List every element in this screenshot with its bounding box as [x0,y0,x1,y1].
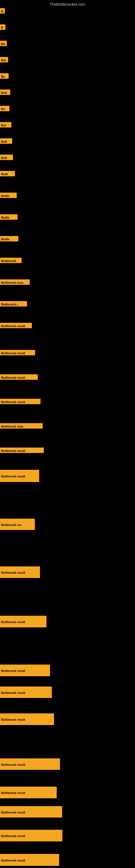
bar-label-23: Bottleneck result [0,447,44,453]
bar-item-4: Bot [0,57,8,63]
bar-item-12: Bottle [0,193,17,199]
bar-label-15: Bottleneck [0,258,21,263]
bar-item-21: Bottleneck result [0,399,41,405]
bar-label-18: Bottleneck result [0,323,32,328]
bar-label-5: Bo [0,73,9,79]
bar-label-4: Bot [0,57,8,62]
bar-label-29: Bottleneck result [0,686,52,698]
bar-label-27: Bottleneck result [0,616,46,627]
bar-item-28: Bottleneck result [0,664,50,677]
bar-label-12: Bottle [0,193,17,198]
bar-label-6: Bott [0,90,10,95]
bar-label-26: Bottleneck result [0,566,40,578]
bar-label-24: Bottleneck result [0,470,39,482]
bar-item-25: Bottleneck res [0,519,35,531]
bar-label-30: Bottleneck result [0,713,54,725]
bar-item-27: Bottleneck result [0,616,46,628]
bar-item-35: Bottleneck result [0,854,59,867]
bar-label-20: Bottleneck result [0,374,38,380]
bar-label-21: Bottleneck result [0,399,41,404]
bar-label-9: Bott [0,138,12,144]
bar-item-20: Bottleneck result [0,374,38,381]
bar-item-6: Bott [0,90,10,96]
bar-item-3: Bo [0,41,7,47]
bar-label-28: Bottleneck result [0,664,50,676]
bar-label-33: Bottleneck result [0,806,62,817]
bar-item-33: Bottleneck result [0,806,62,818]
bar-label-34: Bottleneck result [0,830,62,841]
bar-label-19: Bottleneck result [0,350,35,355]
bar-item-32: Bottleneck result [0,786,57,799]
bar-label-17: Bottleneck r [0,301,27,307]
bar-label-14: Bottle [0,236,18,241]
bar-item-10: Bott [0,155,13,161]
bar-label-35: Bottleneck result [0,854,59,866]
bar-item-18: Bottleneck result [0,323,32,329]
bar-label-2: B [0,24,5,30]
bar-item-14: Bottle [0,236,18,243]
bar-label-22: Bottleneck resu [0,423,43,429]
bar-label-25: Bottleneck res [0,519,35,530]
bar-label-8: Bot [0,122,11,127]
bar-label-7: Bo [0,106,9,111]
bar-label-3: Bo [0,41,7,46]
bar-item-34: Bottleneck result [0,830,62,842]
bar-label-11: Bottl [0,171,15,176]
bar-item-11: Bottl [0,171,15,177]
bar-item-9: Bott [0,138,12,145]
bar-label-31: Bottleneck result [0,758,60,770]
site-title: TheBottlenecker.com [0,0,135,8]
bar-item-1: B [0,8,5,14]
bar-item-22: Bottleneck resu [0,423,43,430]
bar-item-8: Bot [0,122,11,129]
bar-item-30: Bottleneck result [0,713,54,726]
bar-item-24: Bottleneck result [0,470,39,483]
bar-item-13: Bottle [0,214,17,221]
bar-item-16: Bottleneck resu [0,279,30,286]
bar-item-23: Bottleneck result [0,447,44,454]
bar-item-15: Bottleneck [0,258,21,264]
bar-label-13: Bottle [0,214,17,220]
bar-item-7: Bo [0,106,9,112]
bar-label-1: B [0,8,5,13]
bar-item-2: B [0,24,5,31]
bar-item-19: Bottleneck result [0,350,35,356]
bar-item-5: Bo [0,73,9,80]
bar-item-26: Bottleneck result [0,566,40,579]
bar-label-32: Bottleneck result [0,786,57,798]
bar-label-16: Bottleneck resu [0,279,30,285]
bar-item-17: Bottleneck r [0,301,27,308]
bar-item-29: Bottleneck result [0,686,52,699]
bar-item-31: Bottleneck result [0,758,60,771]
bar-label-10: Bott [0,155,13,160]
